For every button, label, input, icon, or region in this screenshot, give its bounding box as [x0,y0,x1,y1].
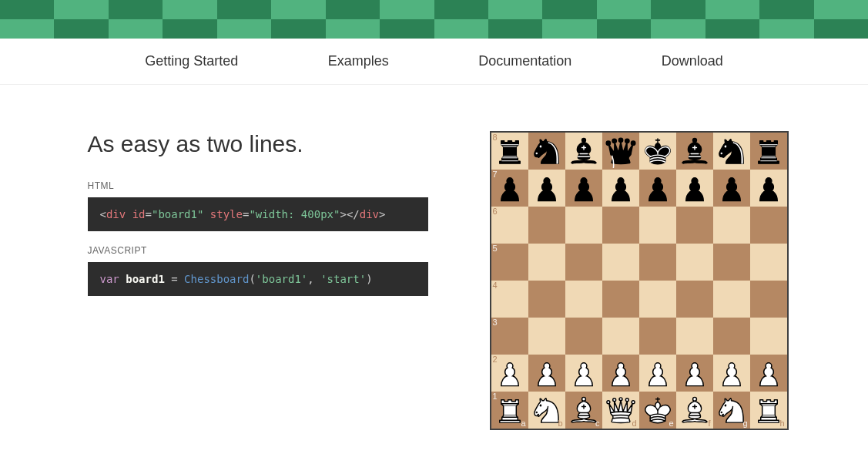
file-label: g [742,419,747,428]
square-e2[interactable] [639,355,676,392]
square-g1[interactable]: g [713,392,750,429]
square-d1[interactable]: d [602,392,639,429]
square-c8[interactable] [565,133,602,170]
square-e3[interactable] [639,318,676,355]
square-b1[interactable]: b [528,392,565,429]
piece-black-queen[interactable] [604,134,638,168]
piece-black-knight[interactable] [530,134,564,168]
square-h7[interactable] [750,170,787,207]
square-d5[interactable] [602,244,639,281]
square-e5[interactable] [639,244,676,281]
square-e6[interactable] [639,207,676,244]
chess-board[interactable]: 87654321abcdefgh [490,131,789,430]
square-a1[interactable]: 1a [491,392,528,429]
square-f1[interactable]: f [676,392,713,429]
square-h4[interactable] [750,281,787,318]
square-c1[interactable]: c [565,392,602,429]
square-c2[interactable] [565,355,602,392]
file-label: b [558,419,562,428]
piece-white-bishop[interactable] [678,393,712,427]
square-b5[interactable] [528,244,565,281]
piece-white-pawn[interactable] [493,356,527,390]
square-e1[interactable]: e [639,392,676,429]
square-h2[interactable] [750,355,787,392]
square-a6[interactable]: 6 [491,207,528,244]
piece-black-pawn[interactable] [567,171,601,205]
square-g6[interactable] [713,207,750,244]
piece-black-pawn[interactable] [752,171,786,205]
piece-black-king[interactable] [641,134,675,168]
piece-black-pawn[interactable] [678,171,712,205]
square-a2[interactable]: 2 [491,355,528,392]
code-block-html: <div id="board1" style="width: 400px"></… [88,197,428,231]
piece-white-pawn[interactable] [641,356,675,390]
square-b8[interactable] [528,133,565,170]
square-b2[interactable] [528,355,565,392]
square-a7[interactable]: 7 [491,170,528,207]
nav-getting-started[interactable]: Getting Started [145,53,238,69]
piece-white-pawn[interactable] [752,356,786,390]
piece-black-pawn[interactable] [641,171,675,205]
square-d7[interactable] [602,170,639,207]
square-a5[interactable]: 5 [491,244,528,281]
piece-white-pawn[interactable] [530,356,564,390]
square-c3[interactable] [565,318,602,355]
square-f5[interactable] [676,244,713,281]
piece-black-pawn[interactable] [493,171,527,205]
square-h6[interactable] [750,207,787,244]
square-h1[interactable]: h [750,392,787,429]
nav-download[interactable]: Download [662,53,723,69]
piece-black-pawn[interactable] [604,171,638,205]
square-g3[interactable] [713,318,750,355]
piece-black-knight[interactable] [715,134,749,168]
square-g4[interactable] [713,281,750,318]
square-c6[interactable] [565,207,602,244]
square-h8[interactable] [750,133,787,170]
square-c5[interactable] [565,244,602,281]
piece-white-pawn[interactable] [678,356,712,390]
piece-black-pawn[interactable] [715,171,749,205]
square-a4[interactable]: 4 [491,281,528,318]
square-f8[interactable] [676,133,713,170]
square-d4[interactable] [602,281,639,318]
square-h3[interactable] [750,318,787,355]
square-f4[interactable] [676,281,713,318]
piece-black-rook[interactable] [752,134,786,168]
square-c7[interactable] [565,170,602,207]
square-b4[interactable] [528,281,565,318]
square-h5[interactable] [750,244,787,281]
square-d2[interactable] [602,355,639,392]
piece-black-bishop[interactable] [567,134,601,168]
square-f7[interactable] [676,170,713,207]
square-a3[interactable]: 3 [491,318,528,355]
square-b7[interactable] [528,170,565,207]
nav-documentation[interactable]: Documentation [478,53,571,69]
square-d6[interactable] [602,207,639,244]
piece-white-pawn[interactable] [604,356,638,390]
rank-label: 8 [493,133,498,142]
nav-examples[interactable]: Examples [328,53,389,69]
square-b3[interactable] [528,318,565,355]
square-g2[interactable] [713,355,750,392]
square-f6[interactable] [676,207,713,244]
square-d8[interactable] [602,133,639,170]
square-e4[interactable] [639,281,676,318]
piece-black-rook[interactable] [493,134,527,168]
square-f2[interactable] [676,355,713,392]
square-a8[interactable]: 8 [491,133,528,170]
code-block-js: var board1 = Chessboard('board1', 'start… [88,262,428,296]
square-g8[interactable] [713,133,750,170]
piece-white-pawn[interactable] [715,356,749,390]
square-b6[interactable] [528,207,565,244]
piece-black-bishop[interactable] [678,134,712,168]
piece-black-pawn[interactable] [530,171,564,205]
square-e8[interactable] [639,133,676,170]
square-g5[interactable] [713,244,750,281]
square-d3[interactable] [602,318,639,355]
square-g7[interactable] [713,170,750,207]
piece-white-pawn[interactable] [567,356,601,390]
file-label: h [779,419,784,428]
square-c4[interactable] [565,281,602,318]
square-f3[interactable] [676,318,713,355]
square-e7[interactable] [639,170,676,207]
